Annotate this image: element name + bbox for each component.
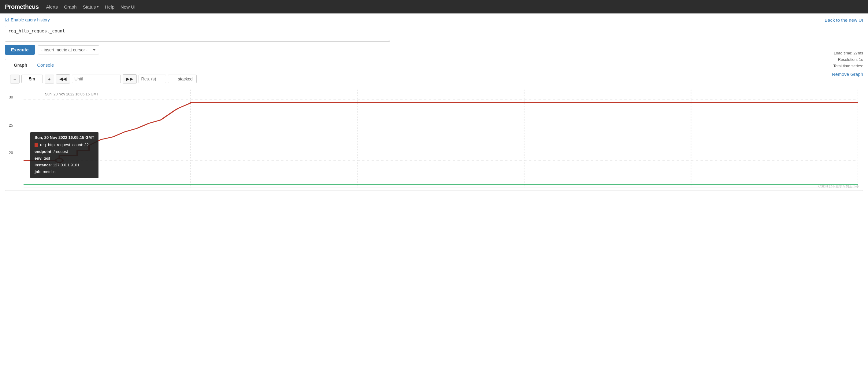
rewind-button[interactable]: ◀◀ <box>56 74 70 84</box>
resolution-input[interactable] <box>138 75 166 83</box>
load-time-stat: Load time: 27ms <box>833 50 863 57</box>
y-label-30: 30 <box>9 95 13 99</box>
checkbox-icon: ☑ <box>5 17 9 23</box>
watermark: CSDN @不爱学习的王小小 <box>818 184 859 189</box>
execute-button[interactable]: Execute <box>5 45 35 55</box>
chart-controls: − + ◀◀ ▶▶ stacked <box>5 71 863 87</box>
stacked-button[interactable]: stacked <box>168 75 197 83</box>
until-input[interactable] <box>72 75 121 83</box>
duration-plus-button[interactable]: + <box>45 75 54 84</box>
nav-graph[interactable]: Graph <box>64 4 77 9</box>
forward-button[interactable]: ▶▶ <box>123 74 137 84</box>
enable-query-history-toggle[interactable]: ☑ Enable query history <box>5 17 50 23</box>
execute-row: Execute - insert metric at cursor - <box>5 45 863 55</box>
query-input[interactable]: req_http_request_count <box>5 26 390 41</box>
brand-title: Prometheus <box>5 3 39 10</box>
back-to-new-ui-link[interactable]: Back to the new UI <box>825 18 863 23</box>
duration-input[interactable] <box>22 75 43 83</box>
svg-point-10 <box>56 158 63 162</box>
navbar: Prometheus Alerts Graph Status ▾ Help Ne… <box>0 0 868 13</box>
chart-timestamp-label: Sun, 20 Nov 2022 16:05:15 GMT <box>45 92 99 96</box>
duration-minus-button[interactable]: − <box>10 75 20 84</box>
tabs-bar: Graph Console <box>5 59 863 71</box>
nav-new-ui[interactable]: New UI <box>121 4 135 9</box>
query-area: req_http_request_count <box>5 26 863 41</box>
metric-at-cursor-select[interactable]: - insert metric at cursor - <box>38 45 99 55</box>
graph-panel: Graph Console − + ◀◀ ▶▶ stacked Sun, 20 … <box>5 59 863 191</box>
stacked-checkbox-icon <box>172 77 176 81</box>
chart-svg <box>24 90 858 188</box>
chevron-down-icon: ▾ <box>97 5 99 9</box>
nav-status-dropdown[interactable]: Status ▾ <box>83 4 99 9</box>
chart-container: Sun, 20 Nov 2022 16:05:15 GMT 30 25 20 <box>5 87 863 191</box>
nav-alerts[interactable]: Alerts <box>46 4 58 9</box>
tab-graph[interactable]: Graph <box>9 59 32 71</box>
top-row: ☑ Enable query history Back to the new U… <box>5 17 863 23</box>
tab-console[interactable]: Console <box>32 59 59 71</box>
y-label-25: 25 <box>9 123 13 128</box>
y-label-20: 20 <box>9 151 13 155</box>
nav-help[interactable]: Help <box>105 4 114 9</box>
